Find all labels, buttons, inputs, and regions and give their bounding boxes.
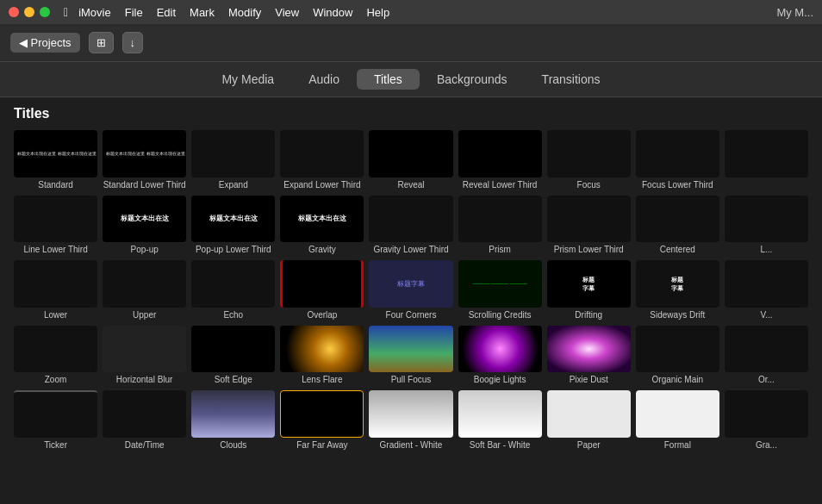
title-label-extra4: Or... [758,375,775,385]
fullscreen-button[interactable] [40,7,50,17]
title-item-lower[interactable]: Lower [14,260,97,320]
title-label-expand-lower-third: Expand Lower Third [283,180,360,190]
title-item-popup[interactable]: 标题文本出在这Pop-up [103,196,186,256]
menu-edit[interactable]: Edit [157,6,176,19]
title-item-ticker[interactable]: Ticker [14,390,97,451]
title-item-prism-lower-third[interactable]: Prism Lower Third [547,196,631,256]
toolbar: ◀ Projects ⊞ ↓ [0,24,822,62]
menu-view[interactable]: View [275,6,299,19]
title-item-four-corners[interactable]: 标题字幕Four Corners [369,260,452,320]
title-item-line-lower-third[interactable]: Line Lower Third [14,196,97,256]
title-item-overlap[interactable]: Overlap [280,260,364,320]
menu-file[interactable]: File [125,6,143,19]
title-label-zoom: Zoom [45,375,67,385]
minimize-button[interactable] [24,7,34,17]
nav-tabs: My Media Audio Titles Backgrounds Transi… [0,62,822,97]
title-item-date-time[interactable]: Date/Time [103,390,186,451]
title-label-centered: Centered [660,245,695,255]
title-label-clouds: Clouds [220,440,246,451]
title-label-line-lower-third: Line Lower Third [23,245,87,255]
title-label-standard: Standard [38,180,73,190]
title-item-clouds[interactable]: Clouds [191,390,275,451]
title-item-echo[interactable]: Echo [191,260,275,320]
menu-window[interactable]: Window [313,6,352,19]
title-item-focus[interactable]: Focus [547,130,631,190]
tab-transitions[interactable]: Transitions [525,69,618,90]
title-label-sideways-drift: Sideways Drift [650,310,705,320]
close-button[interactable] [9,7,19,17]
title-item-boogie-lights[interactable]: Boogie Lights [458,326,542,386]
title-label-reveal: Reveal [397,180,424,190]
title-item-lens-flare[interactable]: Lens Flare [280,326,364,386]
title-item-gravity[interactable]: 标题文本出在这Gravity [280,196,364,256]
title-label-overlap: Overlap [307,310,337,320]
title-item-sideways-drift[interactable]: 标题 字幕Sideways Drift [636,260,719,320]
title-item-popup-lower-third[interactable]: 标题文本出在这Pop-up Lower Third [191,196,275,256]
title-label-popup: Pop-up [131,245,159,255]
menu-bar: iMovie File Edit Mark Modify View Window… [78,6,389,19]
title-item-soft-edge[interactable]: Soft Edge [191,326,275,386]
title-label-gravity: Gravity [308,245,336,255]
title-item-expand-lower-third[interactable]: Expand Lower Third [280,130,364,190]
title-label-reveal-lower-third: Reveal Lower Third [463,180,538,190]
title-item-reveal[interactable]: Reveal [369,130,452,190]
menu-modify[interactable]: Modify [228,6,261,19]
title-label-drifting: Drifting [575,310,602,320]
title-label-extra5: Gra... [756,440,777,451]
menu-mark[interactable]: Mark [190,6,215,19]
title-item-gradient-white[interactable]: Gradient - White [369,390,452,451]
title-item-zoom[interactable]: Zoom [14,326,97,386]
title-item-upper[interactable]: Upper [103,260,186,320]
tab-backgrounds[interactable]: Backgrounds [420,69,525,90]
title-label-extra3: V... [760,310,772,320]
title-item-soft-bar-white[interactable]: Soft Bar - White [458,390,542,451]
title-label-soft-bar-white: Soft Bar - White [470,440,531,451]
title-label-horizontal-blur: Horizontal Blur [116,375,173,385]
title-label-lower: Lower [44,310,67,320]
title-label-paper: Paper [577,440,601,451]
content-area: Titles 标题文本出现在这里Standard标题文本出现在这里Standar… [0,97,822,500]
title-label-focus: Focus [577,180,601,190]
title-item-formal[interactable]: Formal [636,390,719,451]
title-item-standard-lower-third[interactable]: 标题文本出现在这里Standard Lower Third [103,130,186,190]
title-item-extra3[interactable]: V... [725,260,808,320]
layout-button[interactable]: ⊞ [89,32,114,53]
title-label-gradient-white: Gradient - White [380,440,443,451]
title-item-standard[interactable]: 标题文本出现在这里Standard [14,130,97,190]
title-item-scrolling-credits[interactable]: ———— ———— ————Scrolling Credits [458,260,542,320]
title-label-standard-lower-third: Standard Lower Third [103,180,186,190]
download-button[interactable]: ↓ [122,32,144,53]
tab-my-media[interactable]: My Media [204,69,291,90]
title-item-organic-main[interactable]: Organic Main [636,326,719,386]
title-item-paper[interactable]: Paper [547,390,631,451]
tab-audio[interactable]: Audio [291,69,357,90]
title-item-extra5[interactable]: Gra... [725,390,808,451]
title-item-extra4[interactable]: Or... [725,326,808,386]
titles-grid: 标题文本出现在这里Standard标题文本出现在这里Standard Lower… [14,130,808,451]
title-item-extra2[interactable]: L... [725,196,808,256]
menu-help[interactable]: Help [366,6,389,19]
menu-imovie[interactable]: iMovie [78,6,111,19]
title-item-expand[interactable]: Expand [191,130,275,190]
title-label-far-far-away: Far Far Away [296,440,347,451]
title-item-extra1[interactable] [725,130,808,190]
projects-button[interactable]: ◀ Projects [10,33,80,53]
tab-titles[interactable]: Titles [357,69,420,90]
title-label-formal: Formal [664,440,691,451]
title-item-drifting[interactable]: 标题 字幕Drifting [547,260,631,320]
title-item-pull-focus[interactable]: Pull Focus [369,326,452,386]
title-item-focus-lower-third[interactable]: Focus Lower Third [636,130,719,190]
title-item-pixie-dust[interactable]: Pixie Dust [547,326,631,386]
title-label-ticker: Ticker [44,440,67,451]
title-label-upper: Upper [133,310,156,320]
title-item-gravity-lower-third[interactable]: Gravity Lower Third [369,196,452,256]
title-item-far-far-away[interactable]: Far Far Away [280,390,364,451]
section-title: Titles [14,106,808,121]
title-item-reveal-lower-third[interactable]: Reveal Lower Third [458,130,542,190]
title-item-prism[interactable]: Prism [458,196,542,256]
title-item-horizontal-blur[interactable]: Horizontal Blur [103,326,186,386]
title-item-centered[interactable]: Centered [636,196,719,256]
title-label-pixie-dust: Pixie Dust [570,375,608,385]
title-label-focus-lower-third: Focus Lower Third [642,180,713,190]
title-label-popup-lower-third: Pop-up Lower Third [196,245,271,255]
